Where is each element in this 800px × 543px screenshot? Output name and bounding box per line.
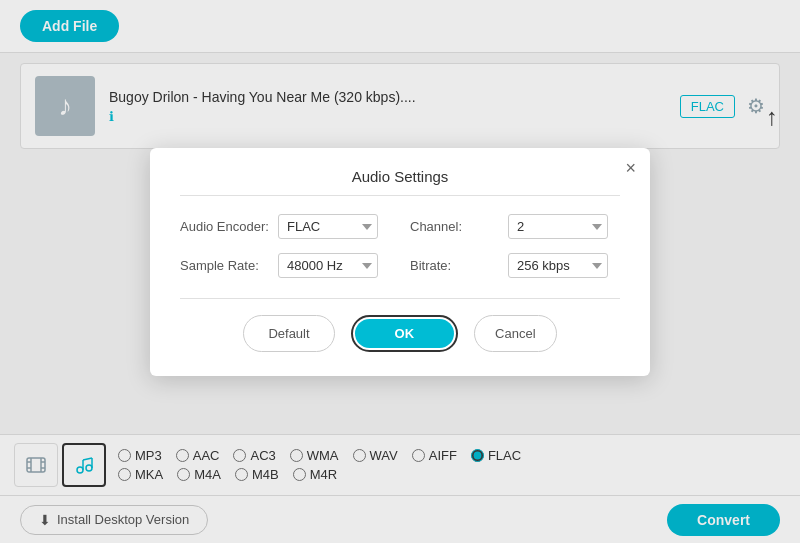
modal-actions: Default OK Cancel — [180, 315, 620, 352]
modal-overlay: × Audio Settings Audio Encoder: FLAC MP3… — [0, 0, 800, 543]
bitrate-label: Bitrate: — [410, 258, 500, 273]
sample-rate-select[interactable]: 44100 Hz 48000 Hz 96000 Hz — [278, 253, 378, 278]
channel-select[interactable]: 1 2 6 — [508, 214, 608, 239]
sample-rate-label: Sample Rate: — [180, 258, 270, 273]
arrow-up-icon: ↑ — [766, 105, 778, 129]
channel-label: Channel: — [410, 219, 500, 234]
modal-separator — [180, 298, 620, 299]
audio-encoder-label: Audio Encoder: — [180, 219, 270, 234]
bitrate-select[interactable]: 128 kbps 192 kbps 256 kbps 320 kbps — [508, 253, 608, 278]
arrow-indicator: ↑ — [766, 105, 778, 129]
settings-grid: Audio Encoder: FLAC MP3 AAC WAV Channel:… — [180, 214, 620, 278]
ok-button[interactable]: OK — [355, 319, 455, 348]
modal-close-button[interactable]: × — [625, 158, 636, 179]
audio-encoder-row: Audio Encoder: FLAC MP3 AAC WAV — [180, 214, 390, 239]
bitrate-row: Bitrate: 128 kbps 192 kbps 256 kbps 320 … — [410, 253, 620, 278]
modal-title: Audio Settings — [180, 168, 620, 196]
sample-rate-row: Sample Rate: 44100 Hz 48000 Hz 96000 Hz — [180, 253, 390, 278]
audio-settings-modal: × Audio Settings Audio Encoder: FLAC MP3… — [150, 148, 650, 376]
channel-row: Channel: 1 2 6 — [410, 214, 620, 239]
audio-encoder-select[interactable]: FLAC MP3 AAC WAV — [278, 214, 378, 239]
ok-button-wrapper: OK — [351, 315, 459, 352]
default-button[interactable]: Default — [243, 315, 334, 352]
cancel-button[interactable]: Cancel — [474, 315, 556, 352]
